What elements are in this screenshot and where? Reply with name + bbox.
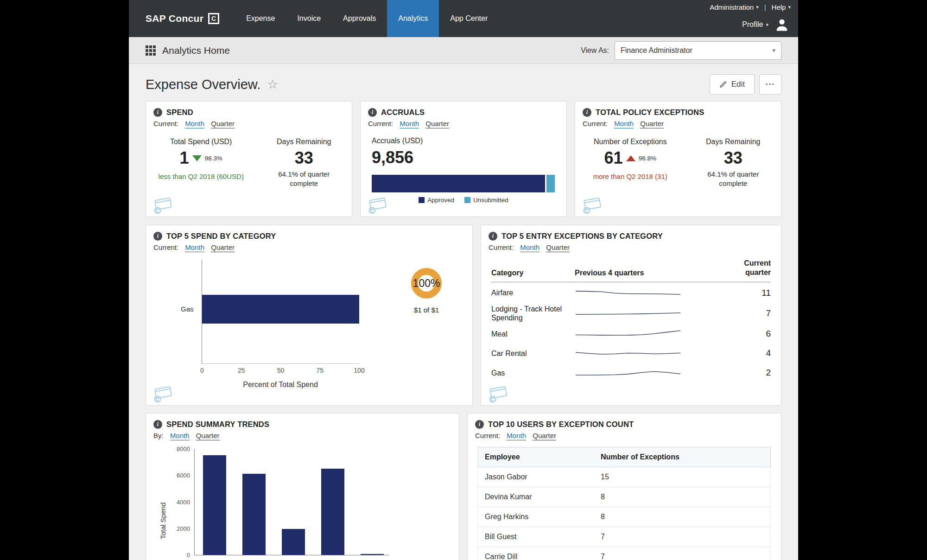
utility-nav: Administration ▾ | Help ▾ <box>710 3 791 11</box>
month-toggle[interactable]: Month <box>614 120 634 128</box>
table-row[interactable]: Bill Guest 7 <box>478 527 771 547</box>
trend-bar <box>203 455 226 555</box>
days-remaining-label: Days Remaining <box>685 138 781 146</box>
month-toggle[interactable]: Month <box>400 120 419 128</box>
info-icon[interactable]: i <box>583 108 591 117</box>
count-cell: 2 <box>732 368 771 378</box>
administration-menu[interactable]: Administration ▾ <box>710 3 759 11</box>
spend-share-donut: 100% $1 of $1 <box>392 268 461 389</box>
table-row[interactable]: Carrie Dill 7 <box>478 547 771 560</box>
profile-avatar-icon[interactable] <box>774 17 790 32</box>
month-toggle[interactable]: Month <box>170 432 190 440</box>
nav-item-approvals[interactable]: Approvals <box>332 0 387 37</box>
more-options-button[interactable]: ··· <box>759 74 781 95</box>
y-axis-tick: 8000 <box>177 445 190 452</box>
x-axis-ticks: 0 25 50 75 100 <box>202 363 359 375</box>
info-icon[interactable]: i <box>489 232 497 241</box>
y-axis-label: Total Spend <box>159 481 167 560</box>
sparkline-chart <box>575 305 681 321</box>
quarter-complete-note: 64.1% of quarter complete <box>266 170 342 188</box>
sparkline-chart <box>575 345 681 361</box>
policy-exceptions-card: i TOTAL POLICY EXCEPTIONS Current: Month… <box>575 101 781 217</box>
month-toggle[interactable]: Month <box>520 243 540 252</box>
table-row[interactable]: Greg Harkins 8 <box>478 507 771 527</box>
info-icon[interactable]: i <box>475 420 484 429</box>
table-header: Employee Number of Exceptions <box>478 447 771 467</box>
charts-row: i TOP 5 SPEND BY CATEGORY Current: Month… <box>146 225 781 406</box>
y-axis-tick: 6000 <box>177 472 190 479</box>
column-header-count: Number of Exceptions <box>601 453 764 461</box>
count-cell: 4 <box>732 348 771 358</box>
administration-label: Administration <box>710 3 754 11</box>
count-cell: 8 <box>601 513 764 521</box>
page-title: Expense Overview. <box>146 77 260 92</box>
category-cell: Gas <box>491 369 575 377</box>
legend-item: Unsubmitted <box>464 197 508 204</box>
metric-label: Number of Exceptions <box>575 138 685 146</box>
quarter-toggle[interactable]: Quarter <box>533 432 556 440</box>
gas-bar[interactable] <box>202 295 359 324</box>
delta-percent: 98.3% <box>205 155 222 162</box>
divider: | <box>764 3 766 11</box>
card-title: TOP 10 USERS BY EXCEPTION COUNT <box>488 420 634 429</box>
table-row[interactable]: Devina Kumar 8 <box>478 487 771 507</box>
edit-button[interactable]: Edit <box>710 74 755 95</box>
info-icon[interactable]: i <box>153 420 162 429</box>
table-row[interactable]: Car Rental 4 <box>491 343 771 362</box>
primary-nav: Expense Invoice Approvals Analytics App … <box>235 0 499 37</box>
wallet-icon <box>579 194 603 215</box>
month-toggle[interactable]: Month <box>185 120 204 128</box>
profile-menu[interactable]: Profile ▾ <box>742 20 768 29</box>
nav-item-invoice[interactable]: Invoice <box>286 0 332 37</box>
edit-label: Edit <box>731 80 745 89</box>
view-as-dropdown[interactable]: Finance Administrator ▾ <box>615 41 781 60</box>
employee-cell: Carrie Dill <box>485 553 601 560</box>
analytics-home-bar: Analytics Home View As: Finance Administ… <box>129 37 798 64</box>
sap-concur-logo[interactable]: SAP Concur C <box>146 13 219 24</box>
category-cell: Lodging - Track Hotel Spending <box>491 305 575 322</box>
month-toggle[interactable]: Month <box>185 243 204 252</box>
table-row[interactable]: Lodging - Track Hotel Spending 7 <box>491 302 771 323</box>
concur-box-icon: C <box>208 13 219 24</box>
table-header: Category Previous 4 quarters Current qua… <box>491 259 771 282</box>
current-label: Current: <box>475 432 500 439</box>
metric-label: Total Spend (USD) <box>146 138 256 146</box>
info-icon[interactable]: i <box>368 108 377 117</box>
quarter-toggle[interactable]: Quarter <box>546 243 570 252</box>
wallet-icon <box>150 194 174 215</box>
accruals-segment-unsubmitted <box>546 175 555 192</box>
help-menu[interactable]: Help ▾ <box>772 3 791 11</box>
nav-item-analytics[interactable]: Analytics <box>387 0 439 37</box>
table-row[interactable]: Airfare 11 <box>491 282 771 302</box>
category-bar-chart: Gas 0 25 50 75 100 Percent of Total Spen… <box>153 260 371 389</box>
trend-bar <box>361 554 384 555</box>
metric-label: Accruals (USD) <box>372 137 555 145</box>
card-title: SPEND SUMMARY TRENDS <box>166 420 269 429</box>
info-icon[interactable]: i <box>153 232 162 241</box>
table-row[interactable]: Gas 2 <box>491 362 771 382</box>
nav-item-app-center[interactable]: App Center <box>439 0 499 37</box>
exceptions-table: Category Previous 4 quarters Current qua… <box>491 259 771 382</box>
sparkline-chart <box>575 285 681 301</box>
donut-chart[interactable]: 100% <box>411 268 442 299</box>
favorite-star-icon[interactable]: ☆ <box>267 78 278 91</box>
month-toggle[interactable]: Month <box>507 432 526 440</box>
delta-percent: 96.8% <box>639 155 656 162</box>
card-title: ACCRUALS <box>381 108 425 117</box>
x-tick: 100 <box>354 367 364 374</box>
quarter-toggle[interactable]: Quarter <box>640 120 664 128</box>
current-label: Current: <box>489 243 514 251</box>
table-row[interactable]: Jason Gabor 15 <box>478 467 771 487</box>
quarter-toggle[interactable]: Quarter <box>211 120 235 128</box>
info-icon[interactable]: i <box>153 108 162 117</box>
quarter-complete-note: 64.1% of quarter complete <box>695 170 771 188</box>
accruals-card: i ACCRUALS Current: Month Quarter Accrua… <box>360 101 567 217</box>
nav-item-expense[interactable]: Expense <box>235 0 286 37</box>
quarter-toggle[interactable]: Quarter <box>211 243 235 252</box>
quarter-toggle[interactable]: Quarter <box>196 432 220 440</box>
y-axis-tick: 4000 <box>177 498 190 505</box>
quarter-toggle[interactable]: Quarter <box>425 120 449 128</box>
bottom-row: i SPEND SUMMARY TRENDS By: Month Quarter… <box>146 413 781 560</box>
count-cell: 8 <box>601 493 764 501</box>
table-row[interactable]: Meal 6 <box>491 323 771 343</box>
